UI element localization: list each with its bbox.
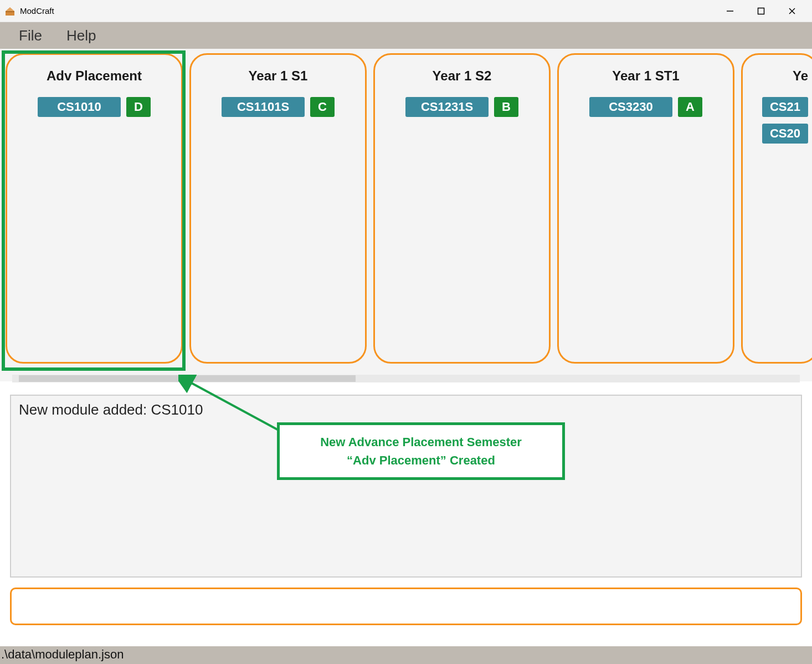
module-row: CS1231S B	[384, 97, 540, 117]
horizontal-scrollbar[interactable]	[12, 375, 800, 382]
scrollbar-thumb[interactable]	[19, 375, 356, 382]
status-path: .\data\moduleplan.json	[1, 647, 124, 662]
semester-title: Adv Placement	[16, 68, 172, 84]
command-input-wrap	[10, 588, 802, 625]
module-row: CS3230 A	[568, 97, 724, 117]
command-input[interactable]	[10, 588, 802, 625]
semester-title: Year 1 S1	[200, 68, 356, 84]
menubar: File Help	[0, 22, 812, 49]
app-title: ModCraft	[20, 6, 54, 16]
module-row: CS21	[752, 97, 808, 117]
menu-help[interactable]: Help	[54, 25, 108, 47]
module-chip[interactable]: CS1010	[38, 97, 121, 117]
semester-card[interactable]: Adv Placement CS1010 D	[6, 53, 183, 364]
output-message: New module added: CS1010	[19, 401, 793, 418]
annotation-line1: New Advance Placement Semester	[289, 433, 553, 451]
maximize-button[interactable]	[746, 0, 777, 22]
svg-rect-2	[6, 11, 14, 12]
minimize-button[interactable]	[715, 0, 746, 22]
module-chip[interactable]: CS1101S	[222, 97, 305, 117]
semester-title: Year 1 S2	[384, 68, 540, 84]
grade-chip[interactable]: C	[310, 97, 335, 117]
semester-card[interactable]: Year 1 S2 CS1231S B	[373, 53, 551, 364]
statusbar: .\data\moduleplan.json	[0, 646, 812, 664]
window-controls	[715, 0, 808, 22]
module-row: CS1010 D	[16, 97, 172, 117]
grade-chip[interactable]: A	[678, 97, 702, 117]
menu-file[interactable]: File	[7, 25, 54, 47]
grade-chip[interactable]: B	[494, 97, 518, 117]
module-chip[interactable]: CS3230	[589, 97, 672, 117]
annotation-line2: “Adv Placement” Created	[289, 451, 553, 469]
annotation-callout: New Advance Placement Semester “Adv Plac…	[277, 422, 565, 480]
titlebar: ModCraft	[0, 0, 812, 22]
semester-scroll-area: Adv Placement CS1010 D Year 1 S1 CS1101S…	[0, 49, 812, 381]
module-row: CS1101S C	[200, 97, 356, 117]
semester-card[interactable]: Ye CS21 CS20	[741, 53, 812, 364]
svg-marker-1	[6, 7, 14, 11]
close-button[interactable]	[777, 0, 808, 22]
svg-rect-4	[758, 8, 764, 14]
module-chip[interactable]: CS20	[762, 124, 808, 144]
semester-title: Year 1 ST1	[568, 68, 724, 84]
semester-title: Ye	[752, 68, 808, 84]
semester-card[interactable]: Year 1 S1 CS1101S C	[189, 53, 367, 364]
module-chip[interactable]: CS21	[762, 97, 808, 117]
app-icon	[4, 6, 16, 17]
module-chip[interactable]: CS1231S	[405, 97, 489, 117]
semester-card[interactable]: Year 1 ST1 CS3230 A	[557, 53, 734, 364]
grade-chip[interactable]: D	[126, 97, 151, 117]
module-row: CS20	[752, 124, 808, 144]
